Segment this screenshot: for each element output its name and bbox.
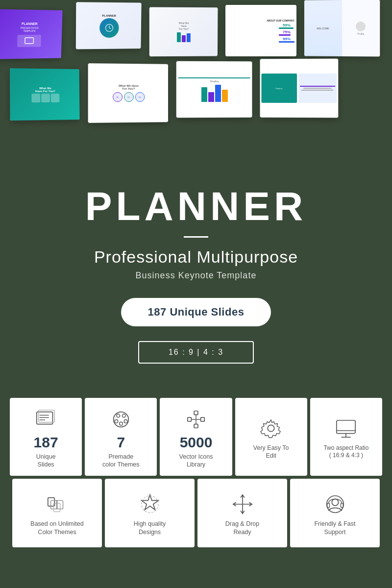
subtitle-main: Professional Multipurpose (10, 247, 382, 267)
svg-rect-13 (188, 417, 192, 421)
svg-point-19 (268, 425, 274, 431)
feature-easy-edit: Very Easy ToEdit (235, 398, 307, 476)
feature-label-icons: Vector IconsLibrary (179, 453, 213, 469)
feature-label-unlimited: Based on UnlimitedColor Themes (30, 520, 83, 536)
feature-unique-slides: 187 UniqueSlides (10, 398, 82, 476)
features-row-1: 187 UniqueSlides 7 Premadecolor Themes (10, 398, 382, 476)
gear-icon (258, 416, 284, 441)
feature-aspect-ratio: Two aspect Ratio( 16:9 & 4:3 ) (310, 398, 382, 476)
quality-icon (137, 491, 163, 517)
main-title: PLANNER (10, 186, 382, 226)
feature-label-drag: Drag & DropReady (225, 520, 259, 536)
slide-card-6: What WeHave For You? (10, 68, 80, 121)
palette-icon (108, 407, 134, 432)
slides-icon (33, 407, 59, 432)
monitor-icon (333, 416, 359, 441)
svg-rect-16 (194, 424, 198, 428)
svg-rect-0 (25, 38, 34, 44)
vector-icon (183, 407, 209, 432)
slide-card-8: Timeline (176, 61, 252, 118)
slide-card-9: Feature (260, 59, 339, 118)
features-row-2: Based on UnlimitedColor Themes High qual… (10, 479, 382, 547)
feature-number-slides: 187 (34, 435, 58, 450)
support-icon (322, 491, 348, 517)
features-section: 187 UniqueSlides 7 Premadecolor Themes (0, 398, 392, 560)
feature-label-themes: Premadecolor Themes (102, 453, 140, 469)
svg-point-9 (122, 414, 125, 417)
feature-number-themes: 7 (117, 435, 125, 450)
svg-point-8 (117, 414, 120, 417)
slide-card-2: PLANNER (76, 2, 142, 49)
feature-label-edit: Very Easy ToEdit (253, 444, 289, 460)
drag-icon (230, 491, 255, 517)
svg-point-12 (119, 422, 122, 425)
svg-rect-20 (337, 420, 355, 433)
feature-drag-drop: Drag & DropReady (197, 479, 287, 547)
feature-support: Friendly & FastSupport (290, 479, 380, 547)
slide-card-1: PLANNER PRESENTATIONTEMPLATE (0, 9, 63, 59)
ratio-badge: 16 : 9 | 4 : 3 (138, 341, 254, 364)
feature-label-quality: High qualityDesigns (134, 520, 166, 536)
slide-card-4: ABOUT OUR COMPANY 59% 75% 99% (225, 5, 296, 56)
feature-high-quality: High qualityDesigns (105, 479, 195, 547)
title-divider (184, 236, 208, 238)
feature-number-icons: 5000 (180, 435, 213, 450)
svg-point-28 (141, 496, 158, 513)
svg-rect-33 (327, 503, 329, 508)
svg-rect-15 (194, 411, 198, 415)
color-themes-icon (45, 491, 70, 517)
feature-label-support: Friendly & FastSupport (314, 520, 355, 536)
feature-unlimited-themes: Based on UnlimitedColor Themes (12, 479, 102, 547)
feature-vector-icons: 5000 Vector IconsLibrary (160, 398, 232, 476)
slide-card-7: What We HaveFor You? 01 02 03 (88, 63, 168, 123)
svg-rect-14 (201, 417, 205, 421)
slide-card-3: What WeHaveFor You? (149, 7, 218, 57)
subtitle-sub: Business Keynote Template (10, 270, 382, 281)
feature-label-slides: UniqueSlides (36, 453, 56, 469)
slide-card-5: WELCOME Profile (304, 0, 380, 56)
svg-point-32 (332, 499, 338, 506)
feature-color-themes: 7 Premadecolor Themes (85, 398, 157, 476)
unique-slides-badge[interactable]: 187 Unique Slides (121, 298, 271, 326)
slides-preview: PLANNER PRESENTATIONTEMPLATE PLANNER Wha… (0, 0, 392, 167)
text-section: PLANNER Professional Multipurpose Busine… (0, 167, 392, 398)
svg-point-11 (124, 419, 127, 423)
hero-area: PLANNER PRESENTATIONTEMPLATE PLANNER Wha… (0, 0, 392, 167)
feature-label-ratio: Two aspect Ratio( 16:9 & 4:3 ) (323, 444, 368, 460)
svg-point-10 (115, 419, 118, 423)
svg-rect-34 (341, 503, 343, 508)
